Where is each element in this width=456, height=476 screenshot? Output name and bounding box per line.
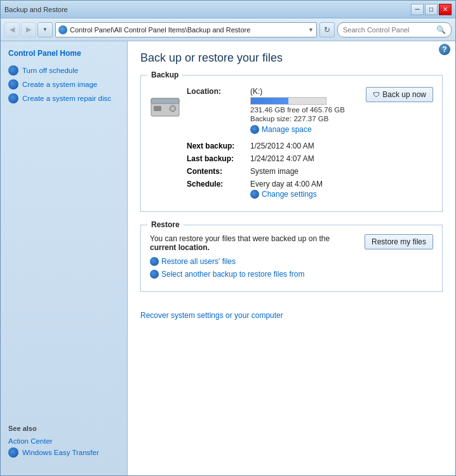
search-icon: 🔍 xyxy=(436,25,446,34)
address-dropdown-arrow[interactable]: ▼ xyxy=(308,27,314,33)
action-center-label: Action Center xyxy=(8,437,53,445)
title-bar-buttons: ─ □ ✕ xyxy=(411,4,452,15)
backup-now-button[interactable]: 🛡 Back up now xyxy=(366,87,433,102)
change-settings-label: Change settings xyxy=(262,190,317,199)
backup-now-icon: 🛡 xyxy=(373,91,380,98)
contents-label: Contents: xyxy=(187,167,250,176)
address-bar: ◀ ▶ ▼ Control Panel\All Control Panel It… xyxy=(1,18,455,41)
restore-all-users-link[interactable]: Restore all users' files xyxy=(150,257,358,266)
last-backup-row: Last backup: 1/24/2012 4:07 AM xyxy=(187,154,359,163)
change-settings-link[interactable]: Change settings xyxy=(250,190,323,199)
last-backup-value: 1/24/2012 4:07 AM xyxy=(250,154,314,163)
disk-free-info: 231.46 GB free of 465.76 GB xyxy=(250,106,345,114)
search-input[interactable] xyxy=(343,26,434,34)
restore-desc-line1: You can restore your files that were bac… xyxy=(150,234,330,243)
globe-icon-2 xyxy=(8,79,18,89)
contents-value: System image xyxy=(250,167,298,176)
globe-icon-1 xyxy=(8,65,18,76)
sidebar: Control Panel Home Turn off schedule Cre… xyxy=(1,41,128,475)
window-title: Backup and Restore xyxy=(4,6,68,13)
backup-info: Location: (K:) 231.46 GB free of 465.76 … xyxy=(187,87,359,202)
restore-links-area: You can restore your files that were bac… xyxy=(150,234,358,282)
backup-section-label: Backup xyxy=(147,70,182,79)
page-title: Back up or restore your files xyxy=(140,51,443,65)
select-backup-label: Select another backup to restore files f… xyxy=(161,270,304,279)
help-button[interactable]: ? xyxy=(439,44,450,55)
backup-btn-area: 🛡 Back up now xyxy=(366,87,433,102)
drive-letter: (K:) xyxy=(250,87,345,96)
location-label: Location: xyxy=(187,87,250,96)
content-area: Back up or restore your files Backup xyxy=(128,41,455,475)
backup-details: Next backup: 1/25/2012 4:00 AM Last back… xyxy=(187,142,359,199)
backup-now-label: Back up now xyxy=(382,90,426,99)
backup-section: Backup xyxy=(140,75,443,212)
manage-space-label: Manage space xyxy=(262,125,312,134)
minimize-button[interactable]: ─ xyxy=(411,4,424,15)
title-bar: Backup and Restore ─ □ ✕ xyxy=(1,1,455,18)
restore-btn-area: Restore my files xyxy=(365,234,433,249)
restore-my-files-button[interactable]: Restore my files xyxy=(365,234,433,249)
forward-button[interactable]: ▶ xyxy=(21,22,36,37)
globe-icon-3 xyxy=(8,93,18,103)
globe-icon-4 xyxy=(8,447,18,458)
restore-section-label: Restore xyxy=(147,220,184,229)
back-button[interactable]: ◀ xyxy=(4,22,20,37)
change-settings-icon xyxy=(250,190,259,199)
easy-transfer-label: Windows Easy Transfer xyxy=(22,449,99,456)
next-backup-value: 1/25/2012 4:00 AM xyxy=(250,142,314,150)
restore-all-icon xyxy=(150,257,159,266)
backup-size-row: Backup size: 227.37 GB xyxy=(250,115,345,122)
location-value: (K:) 231.46 GB free of 465.76 GB Backup … xyxy=(250,87,345,134)
select-backup-link[interactable]: Select another backup to restore files f… xyxy=(150,270,358,279)
disk-progress-bar xyxy=(250,97,326,105)
restore-section: Restore You can restore your files that … xyxy=(140,225,443,292)
backup-content: Location: (K:) 231.46 GB free of 465.76 … xyxy=(150,87,433,202)
sidebar-section-main: Control Panel Home Turn off schedule Cre… xyxy=(1,49,127,114)
sidebar-label-turnoff: Turn off schedule xyxy=(22,65,78,76)
svg-rect-1 xyxy=(151,98,179,103)
restore-my-files-label: Restore my files xyxy=(372,237,426,246)
manage-space-link[interactable]: Manage space xyxy=(250,125,345,134)
close-button[interactable]: ✕ xyxy=(439,4,452,15)
nav-buttons: ◀ ▶ ▼ xyxy=(4,22,53,37)
backup-size-value: 227.37 GB xyxy=(293,115,328,122)
main-window: Backup and Restore ─ □ ✕ ◀ ▶ ▼ Control P… xyxy=(0,0,456,476)
restore-all-users-label: Restore all users' files xyxy=(161,257,236,266)
address-text: Control Panel\All Control Panel Items\Ba… xyxy=(70,26,305,34)
location-row: Location: (K:) 231.46 GB free of 465.76 … xyxy=(187,87,359,134)
disk-progress-fill xyxy=(251,98,288,104)
select-backup-icon xyxy=(150,270,159,279)
schedule-label: Schedule: xyxy=(187,180,250,199)
sidebar-home-link[interactable]: Control Panel Home xyxy=(8,49,119,58)
manage-space-icon xyxy=(250,125,259,134)
contents-row: Contents: System image xyxy=(187,167,359,176)
restore-description: You can restore your files that were bac… xyxy=(150,234,358,252)
address-box[interactable]: Control Panel\All Control Panel Items\Ba… xyxy=(55,22,317,37)
sidebar-footer: See also Action Center Windows Easy Tran… xyxy=(1,417,127,468)
title-bar-left: Backup and Restore xyxy=(4,6,68,13)
restore-row: You can restore your files that were bac… xyxy=(150,234,433,282)
sidebar-label-repairdisc: Create a system repair disc xyxy=(22,93,111,103)
svg-point-4 xyxy=(171,107,174,110)
main-area: Control Panel Home Turn off schedule Cre… xyxy=(1,41,455,475)
easy-transfer-link[interactable]: Windows Easy Transfer xyxy=(8,447,119,458)
action-center-link[interactable]: Action Center xyxy=(8,437,119,445)
dropdown-button[interactable]: ▼ xyxy=(37,22,53,37)
last-backup-label: Last backup: xyxy=(187,154,250,163)
sidebar-item-sysimage[interactable]: Create a system image xyxy=(8,79,119,89)
address-icon xyxy=(58,25,67,34)
sidebar-label-sysimage: Create a system image xyxy=(22,79,97,89)
next-backup-label: Next backup: xyxy=(187,142,250,150)
next-backup-row: Next backup: 1/25/2012 4:00 AM xyxy=(187,142,359,150)
backup-size-label: Backup size: xyxy=(250,115,292,122)
see-also-label: See also xyxy=(8,425,119,432)
sidebar-item-repairdisc[interactable]: Create a system repair disc xyxy=(8,93,119,103)
maximize-button[interactable]: □ xyxy=(425,4,438,15)
recovery-link[interactable]: Recover system settings or your computer xyxy=(140,311,283,320)
search-box[interactable]: 🔍 xyxy=(337,22,452,37)
disk-icon xyxy=(150,93,180,119)
schedule-value: Every day at 4:00 AM xyxy=(250,180,323,188)
schedule-row: Schedule: Every day at 4:00 AM Change se… xyxy=(187,180,359,199)
refresh-button[interactable]: ↻ xyxy=(319,22,335,37)
sidebar-item-turnoff[interactable]: Turn off schedule xyxy=(8,65,119,76)
